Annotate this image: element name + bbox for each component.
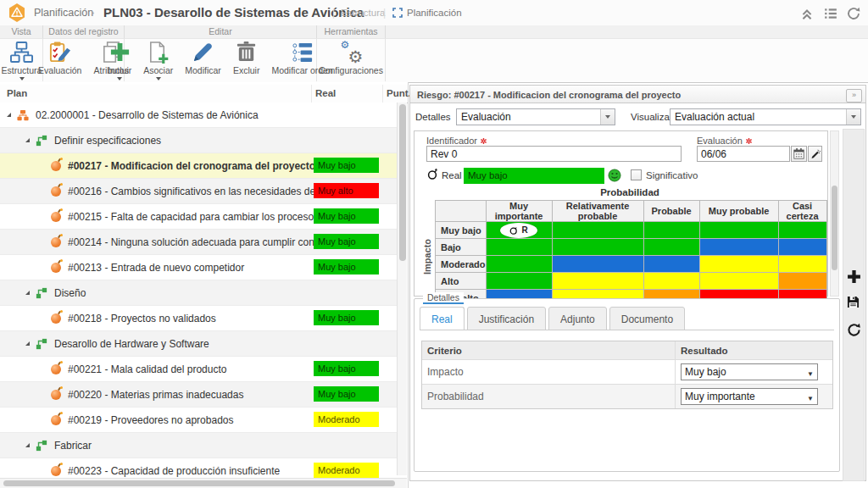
expander-icon[interactable] xyxy=(25,341,30,346)
panel-collapse-button[interactable] xyxy=(846,89,862,103)
tree-row-risk[interactable]: #00221 - Mala calidad del producto Muy b… xyxy=(0,357,397,382)
tree-row-risk[interactable]: #00215 - Falta de capacidad para cambiar… xyxy=(0,204,397,230)
tree-row-process[interactable]: Fabricar xyxy=(0,433,397,458)
button-label: Incluir xyxy=(108,65,131,75)
divider: | xyxy=(332,0,335,25)
real-status-badge: Muy bajo xyxy=(314,158,379,173)
visualizar-combo[interactable]: Evaluación actual xyxy=(670,108,861,125)
detalles-combo[interactable]: Evaluación xyxy=(456,108,615,125)
required-icon xyxy=(480,137,487,145)
scrollbar-thumb[interactable] xyxy=(832,186,837,270)
tab-real[interactable]: Real xyxy=(420,307,465,330)
refresh-icon[interactable] xyxy=(847,7,860,20)
matrix-cell[interactable] xyxy=(778,273,826,290)
matrix-cell[interactable] xyxy=(778,222,826,239)
real-status-badge: Moderado xyxy=(314,412,379,427)
incluir-button[interactable]: Incluir xyxy=(105,40,134,81)
chevron-down-icon[interactable] xyxy=(846,109,860,125)
probabilidad-select[interactable]: Muy importante xyxy=(681,388,818,405)
tree-row-process[interactable]: Desarollo de Hardware y Software xyxy=(0,331,397,357)
matrix-cell[interactable] xyxy=(643,256,699,273)
plan-tree-panel: Plan Real Punt. 02.2000001 - Desarrollo … xyxy=(0,82,409,488)
matrix-cell[interactable] xyxy=(643,222,699,239)
evaluacion-date-input[interactable] xyxy=(697,146,790,162)
tree-row-risk[interactable]: #00219 - Proveedores no aprobados Modera… xyxy=(0,408,397,433)
matrix-cell[interactable] xyxy=(552,256,643,273)
nav-estructura[interactable]: Estructura xyxy=(341,0,385,25)
impacto-select[interactable]: Muy bajo xyxy=(681,363,818,380)
list-view-icon[interactable] xyxy=(824,7,837,20)
tree-row-risk[interactable]: #00213 - Entrada de nuevo competidor Muy… xyxy=(0,255,397,280)
matrix-cell[interactable] xyxy=(643,239,699,256)
scrollbar-thumb[interactable] xyxy=(399,104,406,261)
tab-justificacion[interactable]: Justificación xyxy=(467,307,546,330)
save-icon[interactable] xyxy=(847,296,860,308)
details-fieldset: Detalles Real Justificación Adjunto Docu… xyxy=(414,298,840,472)
configuraciones-button[interactable]: ⚙⚙ Configuraciones xyxy=(316,40,386,76)
tree-row-risk[interactable]: #00214 - Ninguna solución adecuada para … xyxy=(0,230,397,255)
real-status-badge: Muy bajo xyxy=(314,234,379,249)
tree-row-process[interactable]: Definir especificaciones xyxy=(0,128,397,153)
real-label: Real xyxy=(442,170,462,180)
detalles-label: Detalles xyxy=(415,112,451,122)
matrix-cell[interactable] xyxy=(699,273,778,290)
calendar-button[interactable] xyxy=(791,146,807,162)
collapse-icon[interactable] xyxy=(800,7,814,20)
nav-planificacion-label: Planificación xyxy=(407,0,462,25)
tab-documento[interactable]: Documento xyxy=(609,307,685,330)
column-real: Real xyxy=(315,85,336,103)
asociar-button[interactable]: Asociar xyxy=(141,40,175,81)
significativo-checkbox[interactable] xyxy=(631,169,642,180)
select-value: Muy importante xyxy=(685,391,755,402)
expander-icon[interactable] xyxy=(25,443,30,447)
modificar-button[interactable]: Modificar xyxy=(182,40,224,76)
matrix-cell[interactable] xyxy=(486,273,552,290)
breadcrumb-app[interactable]: Planificación xyxy=(34,0,93,25)
matrix-row: Muy bajo R xyxy=(436,222,827,239)
tree-row-risk[interactable]: #00220 - Materias primas inadecuadas Muy… xyxy=(0,382,397,408)
nav-planificacion[interactable]: Planificación xyxy=(392,0,462,25)
matrix-cell[interactable] xyxy=(486,256,552,273)
reload-icon[interactable] xyxy=(847,323,861,337)
expander-icon[interactable] xyxy=(7,113,11,117)
tree-row-label: Desarollo de Hardware y Software xyxy=(54,338,209,350)
matrix-cell[interactable] xyxy=(643,273,699,290)
tree-row-risk[interactable]: #00216 - Cambios significativos en las n… xyxy=(0,179,397,204)
matrix-col-header: Muy probable xyxy=(699,201,778,222)
matrix-cell[interactable] xyxy=(552,222,643,239)
tree-horizontal-scrollbar[interactable] xyxy=(0,478,407,488)
identificador-input[interactable] xyxy=(426,146,682,162)
current-position-marker: R xyxy=(500,223,537,238)
matrix-cell[interactable] xyxy=(778,256,826,273)
tree-row-plan[interactable]: 02.2000001 - Desarrollo de Sistemas de A… xyxy=(0,103,397,128)
process-flow-icon xyxy=(36,440,47,452)
excluir-button[interactable]: Excluir xyxy=(231,40,263,76)
tree-row-risk-selected[interactable]: #00217 - Modificacion del cronograma del… xyxy=(0,153,397,179)
matrix-cell[interactable]: R xyxy=(486,222,552,239)
matrix-cell[interactable] xyxy=(699,222,778,239)
tree-vertical-scrollbar[interactable] xyxy=(397,103,407,475)
tree-row-risk[interactable]: #00218 - Proyectos no validados Muy bajo xyxy=(0,306,397,331)
expander-icon[interactable] xyxy=(25,291,30,295)
matrix-cell[interactable] xyxy=(486,239,552,256)
matrix-cell[interactable] xyxy=(778,239,826,256)
tree-row-risk[interactable]: #00223 - Capacidad de producción insufic… xyxy=(0,458,397,478)
add-evaluation-icon[interactable] xyxy=(847,269,861,284)
app-logo-warning-icon[interactable] xyxy=(7,3,27,23)
matrix-cell[interactable] xyxy=(552,239,643,256)
matrix-cell[interactable] xyxy=(699,239,778,256)
criteria-label: Impacto xyxy=(422,360,675,384)
form-vertical-scrollbar[interactable] xyxy=(830,130,839,297)
tree-rows: 02.2000001 - Desarrollo de Sistemas de A… xyxy=(0,103,397,478)
clear-date-button[interactable] xyxy=(808,146,822,162)
tab-adjunto[interactable]: Adjunto xyxy=(548,307,607,330)
matrix-cell[interactable] xyxy=(699,256,778,273)
expander-icon[interactable] xyxy=(25,138,30,142)
scrollbar-thumb[interactable] xyxy=(3,480,395,486)
top-bar: Planificación PLN03 - Desarollo de Siste… xyxy=(0,0,868,26)
matrix-cell[interactable] xyxy=(552,273,643,290)
evaluacion-button[interactable]: Evaluación xyxy=(36,40,84,76)
ribbon-group-labels: Vista Datos del registro Editar Herramie… xyxy=(0,25,868,39)
tree-row-process[interactable]: Diseño xyxy=(0,280,397,306)
chevron-down-icon[interactable] xyxy=(600,109,615,125)
